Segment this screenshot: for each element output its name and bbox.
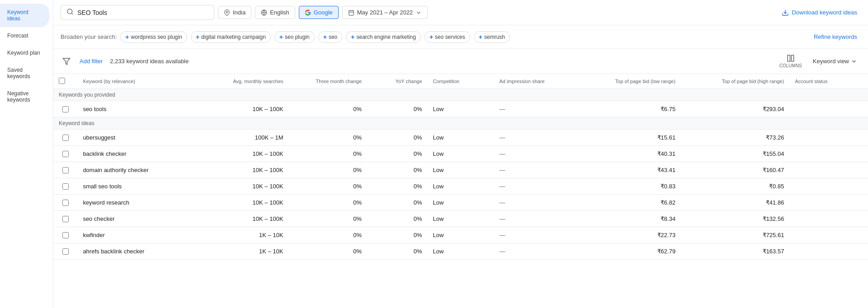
row-yoy: 0% [367,178,427,195]
row-checkbox-cell [53,243,77,260]
row-avg-monthly: 10K – 100K [210,146,289,162]
table-row: seo checker 10K – 100K 0% 0% Low — ₹8.34… [53,211,868,227]
select-all-checkbox[interactable] [59,78,65,84]
row-bid-low: ₹0.83 [578,178,681,195]
svg-point-0 [67,9,72,14]
col-competition[interactable]: Competition [428,74,494,89]
col-bid-high[interactable]: Top of page bid (high range) [681,74,789,89]
row-ad-impression: — [494,195,578,211]
row-checkbox[interactable] [62,135,69,141]
add-filter-button[interactable]: Add filter [76,56,106,66]
sidebar-item-keyword-plan[interactable]: Keyword plan [0,44,49,61]
language-icon [261,9,267,16]
row-bid-high: ₹160.47 [681,162,789,178]
row-checkbox[interactable] [62,151,69,157]
row-yoy: 0% [367,130,427,146]
row-bid-low: ₹40.31 [578,146,681,162]
col-yoy[interactable]: YoY change [367,74,427,89]
row-avg-monthly: 100K – 1M [210,130,289,146]
row-keyword: small seo tools [77,178,210,195]
row-checkbox[interactable] [62,183,69,190]
chip-semrush[interactable]: + semrush [474,31,510,43]
row-checkbox-cell [53,101,77,117]
col-checkbox [53,74,77,89]
row-bid-high: ₹73.26 [681,130,789,146]
row-checkbox-cell [53,162,77,178]
search-input[interactable] [77,9,208,16]
sidebar-item-saved-keywords[interactable]: Saved keywords [0,61,49,85]
row-bid-low: ₹15.61 [578,130,681,146]
chip-seo-services[interactable]: + seo services [425,31,470,43]
row-checkbox[interactable] [62,232,69,238]
location-filter-btn[interactable]: India [218,6,251,19]
col-avg-monthly[interactable]: Avg. monthly searches [210,74,289,89]
location-icon [224,9,230,16]
date-range-btn[interactable]: May 2021 – Apr 2022 [342,6,428,19]
chip-search-engine-marketing[interactable]: + search engine marketing [346,31,421,43]
row-avg-monthly: 10K – 100K [210,178,289,195]
row-bid-low: ₹6.75 [578,101,681,117]
filter-icon-button[interactable] [61,56,72,67]
row-ad-impression: — [494,178,578,195]
row-competition: Low [428,211,494,227]
row-bid-high: ₹293.04 [681,101,789,117]
row-avg-monthly: 1K – 10K [210,227,289,243]
row-competition: Low [428,227,494,243]
row-account-status [789,227,868,243]
row-checkbox[interactable] [62,106,69,112]
sidebar-item-negative-keywords[interactable]: Negative keywords [0,85,49,108]
col-three-month[interactable]: Three month change [289,74,368,89]
row-keyword: kwfinder [77,227,210,243]
chip-plus-icon: + [323,33,327,41]
columns-button[interactable]: COLUMNS [776,52,806,70]
row-checkbox[interactable] [62,167,69,173]
row-yoy: 0% [367,243,427,260]
row-yoy: 0% [367,146,427,162]
row-checkbox[interactable] [62,200,69,206]
sidebar-item-forecast[interactable]: Forecast [0,27,49,44]
row-competition: Low [428,243,494,260]
row-ad-impression: — [494,162,578,178]
refine-keywords-button[interactable]: Refine keywords [810,32,861,42]
col-bid-low[interactable]: Top of page bid (low range) [578,74,681,89]
keyword-view-button[interactable]: Keyword view [809,56,861,66]
svg-rect-10 [791,55,793,61]
row-three-month: 0% [289,243,368,260]
broaden-label: Broaden your search: [61,33,117,40]
chevron-down-icon [851,58,857,65]
chip-plus-icon: + [429,33,433,41]
broaden-bar: Broaden your search: + wordpress seo plu… [53,25,868,49]
chip-plus-icon: + [196,33,199,41]
row-checkbox[interactable] [62,248,69,255]
download-keyword-ideas-button[interactable]: Download keyword ideas [778,6,861,19]
download-icon [782,9,789,16]
row-checkbox[interactable] [62,216,69,222]
col-account-status[interactable]: Account status [789,74,868,89]
search-icon [66,8,74,17]
svg-rect-3 [349,10,354,15]
row-ad-impression: — [494,243,578,260]
row-ad-impression: — [494,146,578,162]
row-keyword: keyword research [77,195,210,211]
chip-wordpress-seo-plugin[interactable]: + wordpress seo plugin [120,31,187,43]
row-account-status [789,195,868,211]
section-header-ideas: Keyword ideas [53,117,868,130]
row-competition: Low [428,162,494,178]
row-avg-monthly: 10K – 100K [210,211,289,227]
chip-digital-marketing-campaign[interactable]: + digital marketing campaign [191,31,271,43]
chip-seo-plugin[interactable]: + seo plugin [274,31,315,43]
row-checkbox-cell [53,130,77,146]
chip-seo[interactable]: + seo [318,31,343,43]
row-bid-high: ₹163.57 [681,243,789,260]
search-network-btn[interactable]: Google [299,6,339,19]
row-account-status [789,146,868,162]
row-ad-impression: — [494,211,578,227]
language-filter-btn[interactable]: English [255,6,295,19]
row-account-status [789,130,868,146]
col-ad-impression[interactable]: Ad impression share [494,74,578,89]
search-box[interactable] [61,5,214,20]
table-row: backlink checker 10K – 100K 0% 0% Low — … [53,146,868,162]
row-account-status [789,162,868,178]
sidebar-item-keyword-ideas[interactable]: Keyword ideas [0,4,49,27]
col-keyword[interactable]: Keyword (by relevance) [77,74,210,89]
